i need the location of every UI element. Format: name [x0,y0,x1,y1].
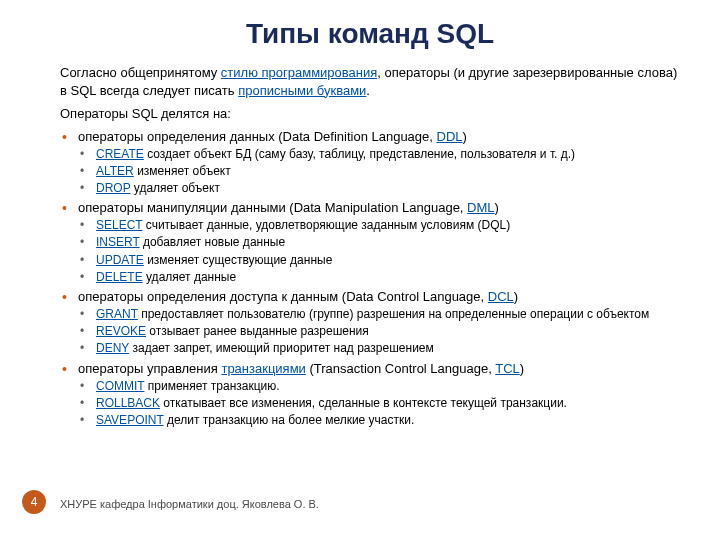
list-item: ROLLBACK откатывает все изменения, сдела… [78,395,680,411]
list-item: ALTER изменяет объект [78,163,680,179]
subtitle: Операторы SQL делятся на: [60,105,680,123]
list-item: INSERT добавляет новые данные [78,234,680,250]
slide-title: Типы команд SQL [60,18,680,50]
link-ddl[interactable]: DDL [437,129,463,144]
list-item: DROP удаляет объект [78,180,680,196]
cmd-grant[interactable]: GRANT [96,307,138,321]
cmd-update[interactable]: UPDATE [96,253,144,267]
list-item: COMMIT применяет транзакцию. [78,378,680,394]
link-tcl[interactable]: TCL [495,361,520,376]
page-number: 4 [22,490,46,514]
link-dml[interactable]: DML [467,200,494,215]
cmd-select[interactable]: SELECT [96,218,142,232]
category-list: операторы определения данных (Data Defin… [60,129,680,428]
list-item: UPDATE изменяет существующие данные [78,252,680,268]
command-list: COMMIT применяет транзакцию. ROLLBACK от… [78,378,680,429]
category-ddl: операторы определения данных (Data Defin… [60,129,680,197]
category-dml: операторы манипуляции данными (Data Mani… [60,200,680,285]
list-item: CREATE создает объект БД (саму базу, таб… [78,146,680,162]
cmd-delete[interactable]: DELETE [96,270,143,284]
cmd-savepoint[interactable]: SAVEPOINT [96,413,164,427]
list-item: DENY задает запрет, имеющий приоритет на… [78,340,680,356]
cmd-rollback[interactable]: ROLLBACK [96,396,160,410]
list-item: GRANT предоставляет пользователю (группе… [78,306,680,322]
category-label: операторы определения данных (Data Defin… [78,129,467,144]
list-item: SELECT считывает данные, удовлетворяющие… [78,217,680,233]
link-transactions[interactable]: транзакциями [221,361,305,376]
command-list: GRANT предоставляет пользователю (группе… [78,306,680,357]
category-label: операторы определения доступа к данным (… [78,289,518,304]
category-label: операторы манипуляции данными (Data Mani… [78,200,499,215]
intro-post: . [366,83,370,98]
cmd-deny[interactable]: DENY [96,341,129,355]
footer-attribution: ХНУРЕ кафедра Інформатики доц. Яковлева … [60,498,319,510]
intro-paragraph: Согласно общепринятому стилю программиро… [60,64,680,99]
cmd-commit[interactable]: COMMIT [96,379,144,393]
intro-pre: Согласно общепринятому [60,65,221,80]
link-dcl[interactable]: DCL [488,289,514,304]
cmd-revoke[interactable]: REVOKE [96,324,146,338]
cmd-alter[interactable]: ALTER [96,164,134,178]
category-tcl: операторы управления транзакциями (Trans… [60,361,680,429]
list-item: SAVEPOINT делит транзакцию на более мелк… [78,412,680,428]
list-item: DELETE удаляет данные [78,269,680,285]
command-list: CREATE создает объект БД (саму базу, таб… [78,146,680,197]
category-dcl: операторы определения доступа к данным (… [60,289,680,357]
command-list: SELECT считывает данные, удовлетворяющие… [78,217,680,285]
intro-link-caps[interactable]: прописными буквами [238,83,366,98]
intro-link-style[interactable]: стилю программирования [221,65,377,80]
cmd-create[interactable]: CREATE [96,147,144,161]
cmd-insert[interactable]: INSERT [96,235,140,249]
cmd-drop[interactable]: DROP [96,181,130,195]
list-item: REVOKE отзывает ранее выданные разрешени… [78,323,680,339]
category-label: операторы управления транзакциями (Trans… [78,361,524,376]
